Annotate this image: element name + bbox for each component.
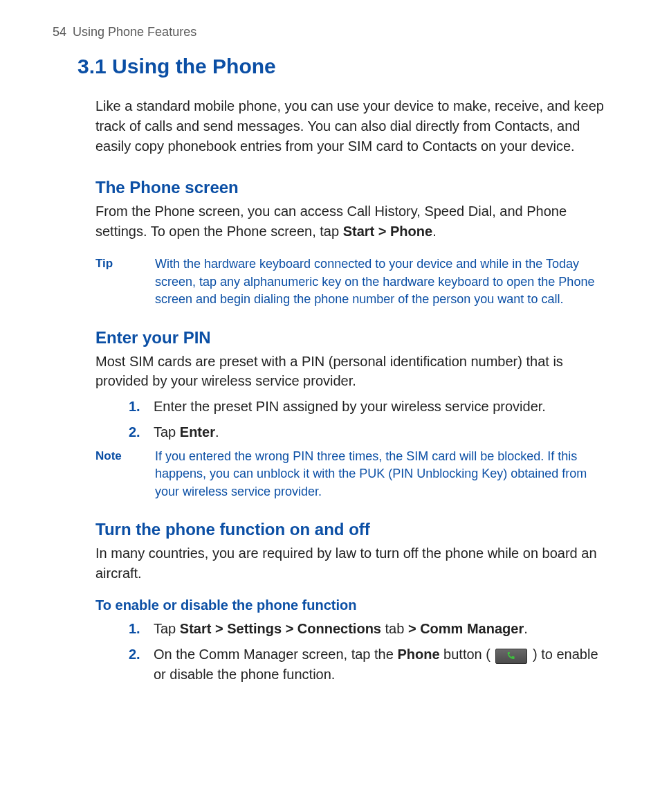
bold-text: > Comm Manager xyxy=(408,621,524,636)
enter-pin-body: Most SIM cards are preset with a PIN (pe… xyxy=(95,352,609,392)
bold-text: Start > Settings > Connections xyxy=(180,621,381,636)
phone-screen-body: From the Phone screen, you can access Ca… xyxy=(95,201,609,242)
list-item: 2. On the Comm Manager screen, tap the P… xyxy=(129,644,609,685)
page-header: 54 Using Phone Features xyxy=(53,25,612,39)
step-number: 1. xyxy=(129,619,140,639)
text: Tap xyxy=(154,424,180,440)
note-block: Note If you entered the wrong PIN three … xyxy=(95,448,609,501)
subsection-turn-onoff-heading: Turn the phone function on and off xyxy=(95,520,612,539)
subsection-phone-screen-heading: The Phone screen xyxy=(95,178,612,197)
note-label: Note xyxy=(95,448,155,463)
turn-onoff-steps: 1. Tap Start > Settings > Connections ta… xyxy=(129,619,609,684)
bold-text: Phone xyxy=(397,647,439,662)
step-text: Tap Enter. xyxy=(154,424,219,440)
page-number: 54 xyxy=(53,25,66,39)
list-item: 1. Tap Start > Settings > Connections ta… xyxy=(129,619,609,639)
step-text: Tap Start > Settings > Connections tab >… xyxy=(154,621,528,636)
step-text: Enter the preset PIN assigned by your wi… xyxy=(154,399,546,414)
intro-paragraph: Like a standard mobile phone, you can us… xyxy=(95,96,609,156)
tip-block: Tip With the hardware keyboard connected… xyxy=(95,255,609,309)
step-number: 2. xyxy=(129,644,140,665)
text: tab xyxy=(381,621,408,636)
phone-button-icon xyxy=(495,649,527,664)
subsection-enter-pin-heading: Enter your PIN xyxy=(95,328,612,348)
list-item: 1. Enter the preset PIN assigned by your… xyxy=(129,397,609,417)
turn-onoff-body: In many countries, you are required by l… xyxy=(95,543,609,584)
text: . xyxy=(524,621,528,636)
note-body: If you entered the wrong PIN three times… xyxy=(155,448,609,501)
step-number: 2. xyxy=(129,422,140,442)
subsection-enable-disable-heading: To enable or disable the phone function xyxy=(95,597,612,613)
text: button ( xyxy=(440,647,495,662)
tip-body: With the hardware keyboard connected to … xyxy=(155,255,609,309)
bold-text: Enter xyxy=(180,424,215,440)
step-text: On the Comm Manager screen, tap the Phon… xyxy=(154,647,598,682)
enter-pin-steps: 1. Enter the preset PIN assigned by your… xyxy=(129,397,609,442)
list-item: 2. Tap Enter. xyxy=(129,422,609,442)
tip-label: Tip xyxy=(95,255,155,271)
text: Tap xyxy=(154,621,180,636)
step-number: 1. xyxy=(129,397,140,417)
text: From the Phone screen, you can access Ca… xyxy=(95,204,567,239)
text: . xyxy=(432,224,437,239)
text: . xyxy=(215,424,219,440)
bold-text: Start > Phone xyxy=(343,224,432,239)
chapter-title: Using Phone Features xyxy=(73,25,196,39)
text: On the Comm Manager screen, tap the xyxy=(154,647,397,662)
section-title: 3.1 Using the Phone xyxy=(77,55,612,78)
